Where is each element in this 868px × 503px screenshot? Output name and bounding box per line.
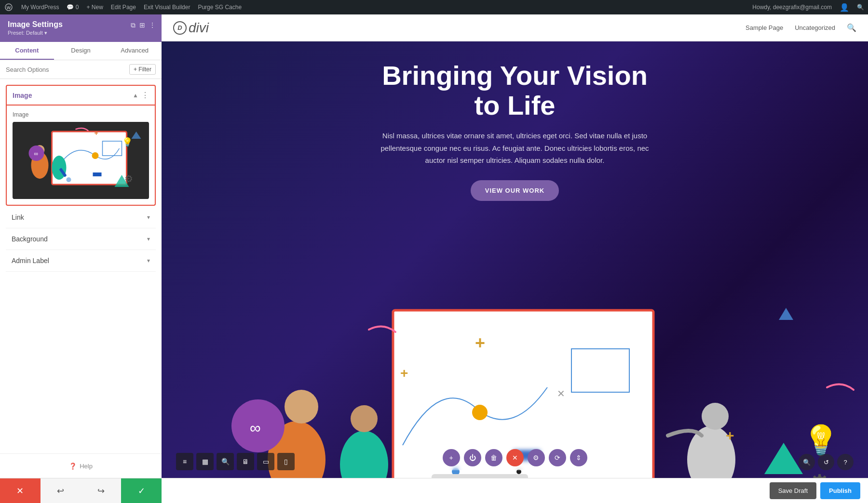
sidebar-icon-more[interactable]: ⋮ — [149, 21, 156, 29]
svg-point-5 — [92, 152, 99, 159]
toolbar-desktop-icon-btn[interactable]: 🖥 — [237, 453, 254, 470]
toolbar-close-button[interactable]: ✕ — [506, 449, 524, 466]
svg-marker-37 — [764, 443, 803, 474]
filter-button[interactable]: + Filter — [129, 64, 156, 75]
tab-design[interactable]: Design — [54, 42, 108, 60]
svg-text:✕: ✕ — [557, 388, 565, 399]
hero-cta-button[interactable]: VIEW OUR WORK — [471, 180, 559, 201]
background-section[interactable]: Background ▾ — [6, 228, 156, 250]
link-chevron-down-icon: ▾ — [147, 214, 150, 221]
toolbar-history-icon-btn[interactable]: ↺ — [818, 454, 834, 470]
toolbar-grid-icon-btn[interactable]: ▦ — [196, 453, 214, 470]
svg-text:+: + — [726, 427, 734, 443]
sidebar-footer: ✕ ↩ ↪ ✓ — [0, 478, 162, 503]
nav-search-icon[interactable]: 🔍 — [847, 23, 856, 32]
sidebar-header: Image Settings Preset: Default ▾ ⧉ ⊞ ⋮ — [0, 14, 162, 42]
admin-bar-avatar-icon[interactable]: 👤 — [840, 3, 849, 12]
svg-rect-4 — [57, 135, 122, 181]
svg-point-30 — [285, 390, 318, 424]
help-area: ❓ Help — [0, 453, 162, 478]
admin-bar-new[interactable]: + New — [87, 4, 103, 11]
svg-rect-8 — [93, 172, 102, 176]
cancel-button[interactable]: ✕ — [0, 478, 41, 503]
help-button[interactable]: ❓ Help — [69, 463, 93, 470]
sidebar-tabs: Content Design Advanced — [0, 42, 162, 60]
tab-advanced[interactable]: Advanced — [108, 42, 162, 60]
admin-bar-exit-vb[interactable]: Exit Visual Builder — [144, 4, 190, 11]
tab-content[interactable]: Content — [0, 42, 54, 60]
image-section-title: Image — [13, 92, 32, 99]
image-field-label: Image — [13, 111, 149, 118]
toolbar-zoom-icon-btn[interactable]: 🔍 — [799, 454, 815, 470]
toolbar-add-button[interactable]: + — [443, 449, 460, 466]
publish-button[interactable]: Publish — [820, 482, 860, 499]
sidebar-search-bar: + Filter — [0, 60, 162, 79]
nav-link-sample-page[interactable]: Sample Page — [746, 24, 783, 31]
sidebar-icon-columns[interactable]: ⊞ — [139, 21, 145, 29]
toolbar-tablet-icon-btn[interactable]: ▭ — [257, 453, 274, 470]
save-draft-button[interactable]: Save Draft — [770, 482, 816, 499]
divi-nav: D divi Sample Page Uncategorized 🔍 — [162, 14, 868, 41]
admin-label-section[interactable]: Admin Label ▾ — [6, 250, 156, 272]
toolbar-search-icon-btn[interactable]: 🔍 — [217, 453, 234, 470]
redo-icon: ↪ — [97, 486, 105, 496]
image-section-controls: ▲ ⋮ — [133, 91, 149, 100]
sidebar-icon-copy[interactable]: ⧉ — [131, 21, 136, 29]
divi-logo-circle: D — [173, 21, 187, 35]
svg-text:+: + — [95, 129, 98, 137]
divi-logo: D divi — [173, 20, 209, 36]
image-section: Image ▲ ⋮ Image — [6, 85, 156, 206]
toolbar-help-icon-btn[interactable]: ? — [837, 454, 854, 470]
admin-bar-search-icon[interactable]: 🔍 — [857, 4, 864, 11]
toolbar-mobile-icon-btn[interactable]: ▯ — [277, 453, 295, 470]
link-section[interactable]: Link ▾ — [6, 207, 156, 228]
image-chevron-up-icon[interactable]: ▲ — [133, 92, 138, 99]
redo-button[interactable]: ↪ — [81, 478, 122, 503]
svg-text:💡: 💡 — [122, 137, 133, 147]
admin-label-chevron-down-icon: ▾ — [147, 257, 150, 264]
hero-text-block: Bringing Your Vision to Life Nisl massa,… — [361, 41, 669, 211]
hero-heading: Bringing Your Vision to Life — [370, 61, 660, 120]
confirm-icon: ✓ — [138, 486, 145, 496]
background-chevron-down-icon: ▾ — [147, 236, 150, 242]
nav-link-uncategorized[interactable]: Uncategorized — [795, 24, 835, 31]
toolbar-power-button[interactable]: ⏻ — [464, 449, 481, 466]
search-input[interactable] — [6, 66, 125, 73]
save-publish-bar: Save Draft Publish — [162, 478, 868, 503]
undo-button[interactable]: ↩ — [41, 478, 81, 503]
admin-label-section-title: Admin Label — [12, 257, 49, 265]
image-thumbnail[interactable]: ⚙ 💡 ∞ — [13, 122, 149, 199]
bottom-toolbar: + ⏻ 🗑 ✕ ⚙ ⟳ ⇕ — [435, 445, 595, 470]
image-preview-area: Image — [6, 106, 156, 206]
toolbar-refresh-button[interactable]: ⟳ — [549, 449, 566, 466]
background-section-title: Background — [12, 235, 48, 243]
toolbar-menu-icon-btn[interactable]: ≡ — [176, 453, 193, 470]
svg-text:+: + — [475, 333, 485, 353]
toolbar-settings-button[interactable]: ⚙ — [528, 449, 545, 466]
help-circle-icon: ❓ — [69, 463, 77, 470]
svg-text:W: W — [7, 5, 11, 10]
hero-body-text: Nisl massa, ultrices vitae ornare sit am… — [370, 130, 660, 167]
divi-nav-links: Sample Page Uncategorized 🔍 — [746, 23, 856, 32]
wp-admin-bar: W My WordPress 💬 0 + New Edit Page Exit … — [0, 0, 868, 14]
image-section-menu-icon[interactable]: ⋮ — [141, 91, 149, 100]
cancel-icon: ✕ — [16, 486, 24, 496]
wp-logo-icon[interactable]: W — [4, 2, 14, 12]
admin-bar-comments[interactable]: 💬 0 — [67, 4, 79, 11]
sidebar-preset[interactable]: Preset: Default ▾ — [8, 30, 154, 36]
svg-text:∞: ∞ — [250, 419, 261, 437]
admin-bar-site-name[interactable]: My WordPress — [21, 4, 59, 11]
svg-point-32 — [351, 405, 378, 432]
sidebar-header-icons: ⧉ ⊞ ⋮ — [131, 21, 156, 29]
svg-text:+: + — [400, 366, 408, 381]
main-layout: Image Settings Preset: Default ▾ ⧉ ⊞ ⋮ C… — [0, 14, 868, 503]
image-section-header[interactable]: Image ▲ ⋮ — [6, 85, 156, 106]
svg-marker-43 — [779, 308, 793, 320]
link-section-title: Link — [12, 213, 24, 221]
sidebar: Image Settings Preset: Default ▾ ⧉ ⊞ ⋮ C… — [0, 14, 162, 503]
admin-bar-purge[interactable]: Purge SG Cache — [198, 4, 242, 11]
toolbar-delete-button[interactable]: 🗑 — [485, 449, 502, 466]
toolbar-resize-button[interactable]: ⇕ — [570, 449, 587, 466]
admin-bar-edit-page[interactable]: Edit Page — [111, 4, 136, 11]
confirm-button[interactable]: ✓ — [121, 478, 162, 503]
